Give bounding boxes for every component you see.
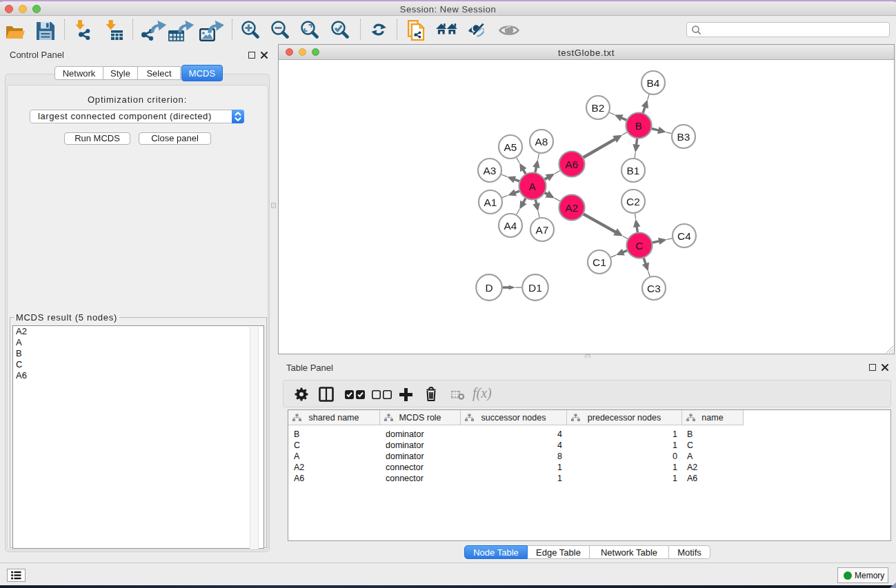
- svg-text:A2: A2: [566, 202, 579, 214]
- svg-text:B4: B4: [647, 77, 660, 89]
- svg-text:A3: A3: [484, 165, 497, 176]
- svg-text:A1: A1: [484, 196, 497, 208]
- svg-text:C2: C2: [626, 196, 640, 207]
- svg-text:B1: B1: [627, 165, 640, 176]
- svg-text:A8: A8: [535, 136, 548, 148]
- svg-text:A7: A7: [536, 224, 549, 236]
- svg-text:C: C: [635, 240, 643, 252]
- svg-text:A6: A6: [566, 159, 579, 170]
- svg-text:C1: C1: [593, 256, 606, 268]
- svg-text:B3: B3: [677, 131, 690, 143]
- svg-text:A4: A4: [504, 220, 517, 232]
- svg-text:B: B: [635, 120, 642, 132]
- svg-text:D1: D1: [528, 282, 542, 294]
- svg-text:B2: B2: [592, 102, 605, 114]
- svg-text:C3: C3: [647, 283, 661, 294]
- svg-text:D: D: [485, 282, 492, 294]
- svg-text:A5: A5: [504, 141, 517, 153]
- svg-text:C4: C4: [677, 230, 691, 242]
- svg-text:A: A: [529, 181, 537, 192]
